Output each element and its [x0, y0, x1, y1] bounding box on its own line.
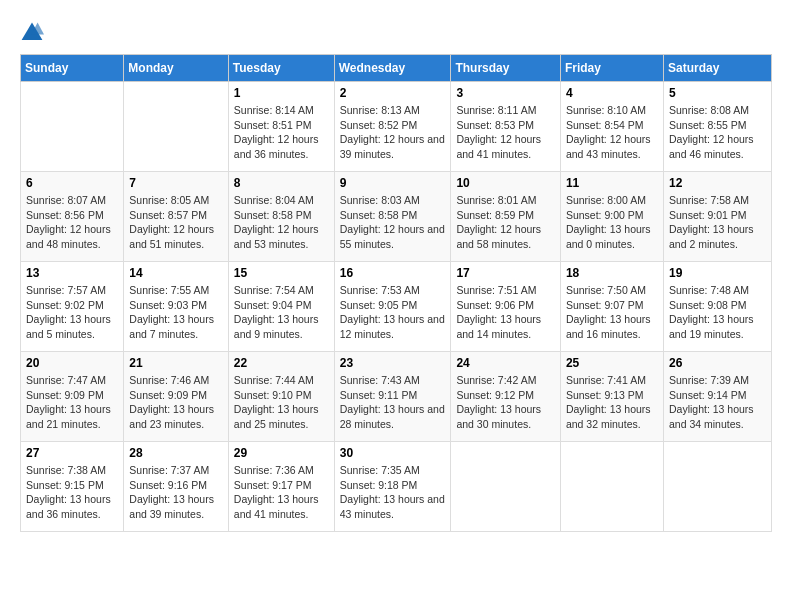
logo [20, 20, 48, 44]
day-info: Sunrise: 7:46 AMSunset: 9:09 PMDaylight:… [129, 373, 222, 432]
day-info: Sunrise: 8:07 AMSunset: 8:56 PMDaylight:… [26, 193, 118, 252]
calendar-cell: 14Sunrise: 7:55 AMSunset: 9:03 PMDayligh… [124, 262, 228, 352]
calendar-cell: 12Sunrise: 7:58 AMSunset: 9:01 PMDayligh… [663, 172, 771, 262]
calendar-cell: 20Sunrise: 7:47 AMSunset: 9:09 PMDayligh… [21, 352, 124, 442]
day-info: Sunrise: 8:03 AMSunset: 8:58 PMDaylight:… [340, 193, 446, 252]
logo-icon [20, 20, 44, 44]
day-info: Sunrise: 7:44 AMSunset: 9:10 PMDaylight:… [234, 373, 329, 432]
calendar-cell [560, 442, 663, 532]
header-day-sunday: Sunday [21, 55, 124, 82]
day-number: 19 [669, 266, 766, 280]
day-info: Sunrise: 8:13 AMSunset: 8:52 PMDaylight:… [340, 103, 446, 162]
calendar-cell: 1Sunrise: 8:14 AMSunset: 8:51 PMDaylight… [228, 82, 334, 172]
header-day-saturday: Saturday [663, 55, 771, 82]
week-row-5: 27Sunrise: 7:38 AMSunset: 9:15 PMDayligh… [21, 442, 772, 532]
calendar-cell: 11Sunrise: 8:00 AMSunset: 9:00 PMDayligh… [560, 172, 663, 262]
week-row-4: 20Sunrise: 7:47 AMSunset: 9:09 PMDayligh… [21, 352, 772, 442]
page-header [20, 20, 772, 44]
calendar-cell: 3Sunrise: 8:11 AMSunset: 8:53 PMDaylight… [451, 82, 561, 172]
day-info: Sunrise: 8:01 AMSunset: 8:59 PMDaylight:… [456, 193, 555, 252]
calendar-cell: 7Sunrise: 8:05 AMSunset: 8:57 PMDaylight… [124, 172, 228, 262]
day-number: 4 [566, 86, 658, 100]
calendar-cell: 19Sunrise: 7:48 AMSunset: 9:08 PMDayligh… [663, 262, 771, 352]
day-info: Sunrise: 8:11 AMSunset: 8:53 PMDaylight:… [456, 103, 555, 162]
calendar-cell: 21Sunrise: 7:46 AMSunset: 9:09 PMDayligh… [124, 352, 228, 442]
day-number: 24 [456, 356, 555, 370]
day-number: 5 [669, 86, 766, 100]
day-number: 3 [456, 86, 555, 100]
day-info: Sunrise: 7:53 AMSunset: 9:05 PMDaylight:… [340, 283, 446, 342]
header-day-tuesday: Tuesday [228, 55, 334, 82]
day-info: Sunrise: 8:04 AMSunset: 8:58 PMDaylight:… [234, 193, 329, 252]
day-number: 22 [234, 356, 329, 370]
day-info: Sunrise: 7:54 AMSunset: 9:04 PMDaylight:… [234, 283, 329, 342]
day-info: Sunrise: 7:47 AMSunset: 9:09 PMDaylight:… [26, 373, 118, 432]
day-info: Sunrise: 7:50 AMSunset: 9:07 PMDaylight:… [566, 283, 658, 342]
calendar-cell: 2Sunrise: 8:13 AMSunset: 8:52 PMDaylight… [334, 82, 451, 172]
calendar-cell: 10Sunrise: 8:01 AMSunset: 8:59 PMDayligh… [451, 172, 561, 262]
day-number: 25 [566, 356, 658, 370]
day-number: 30 [340, 446, 446, 460]
day-number: 21 [129, 356, 222, 370]
day-number: 12 [669, 176, 766, 190]
day-number: 17 [456, 266, 555, 280]
day-number: 16 [340, 266, 446, 280]
header-day-monday: Monday [124, 55, 228, 82]
calendar-cell: 16Sunrise: 7:53 AMSunset: 9:05 PMDayligh… [334, 262, 451, 352]
day-info: Sunrise: 7:57 AMSunset: 9:02 PMDaylight:… [26, 283, 118, 342]
day-info: Sunrise: 8:10 AMSunset: 8:54 PMDaylight:… [566, 103, 658, 162]
calendar-cell: 15Sunrise: 7:54 AMSunset: 9:04 PMDayligh… [228, 262, 334, 352]
day-number: 14 [129, 266, 222, 280]
calendar-cell: 27Sunrise: 7:38 AMSunset: 9:15 PMDayligh… [21, 442, 124, 532]
day-number: 13 [26, 266, 118, 280]
day-info: Sunrise: 7:55 AMSunset: 9:03 PMDaylight:… [129, 283, 222, 342]
day-info: Sunrise: 7:43 AMSunset: 9:11 PMDaylight:… [340, 373, 446, 432]
header-day-friday: Friday [560, 55, 663, 82]
day-info: Sunrise: 8:00 AMSunset: 9:00 PMDaylight:… [566, 193, 658, 252]
day-info: Sunrise: 8:08 AMSunset: 8:55 PMDaylight:… [669, 103, 766, 162]
day-number: 2 [340, 86, 446, 100]
calendar-cell: 22Sunrise: 7:44 AMSunset: 9:10 PMDayligh… [228, 352, 334, 442]
calendar-cell: 4Sunrise: 8:10 AMSunset: 8:54 PMDaylight… [560, 82, 663, 172]
calendar-cell: 26Sunrise: 7:39 AMSunset: 9:14 PMDayligh… [663, 352, 771, 442]
calendar-cell: 9Sunrise: 8:03 AMSunset: 8:58 PMDaylight… [334, 172, 451, 262]
week-row-1: 1Sunrise: 8:14 AMSunset: 8:51 PMDaylight… [21, 82, 772, 172]
day-number: 29 [234, 446, 329, 460]
calendar-cell: 25Sunrise: 7:41 AMSunset: 9:13 PMDayligh… [560, 352, 663, 442]
day-info: Sunrise: 7:39 AMSunset: 9:14 PMDaylight:… [669, 373, 766, 432]
day-info: Sunrise: 7:51 AMSunset: 9:06 PMDaylight:… [456, 283, 555, 342]
calendar-cell [663, 442, 771, 532]
calendar-cell: 24Sunrise: 7:42 AMSunset: 9:12 PMDayligh… [451, 352, 561, 442]
day-number: 18 [566, 266, 658, 280]
header-row: SundayMondayTuesdayWednesdayThursdayFrid… [21, 55, 772, 82]
calendar-cell: 23Sunrise: 7:43 AMSunset: 9:11 PMDayligh… [334, 352, 451, 442]
calendar-cell [124, 82, 228, 172]
day-info: Sunrise: 8:14 AMSunset: 8:51 PMDaylight:… [234, 103, 329, 162]
day-number: 7 [129, 176, 222, 190]
calendar-cell [21, 82, 124, 172]
day-info: Sunrise: 7:35 AMSunset: 9:18 PMDaylight:… [340, 463, 446, 522]
calendar-cell: 13Sunrise: 7:57 AMSunset: 9:02 PMDayligh… [21, 262, 124, 352]
day-info: Sunrise: 7:42 AMSunset: 9:12 PMDaylight:… [456, 373, 555, 432]
calendar-cell: 5Sunrise: 8:08 AMSunset: 8:55 PMDaylight… [663, 82, 771, 172]
day-info: Sunrise: 7:41 AMSunset: 9:13 PMDaylight:… [566, 373, 658, 432]
day-info: Sunrise: 7:37 AMSunset: 9:16 PMDaylight:… [129, 463, 222, 522]
day-number: 20 [26, 356, 118, 370]
day-info: Sunrise: 7:38 AMSunset: 9:15 PMDaylight:… [26, 463, 118, 522]
calendar-cell: 8Sunrise: 8:04 AMSunset: 8:58 PMDaylight… [228, 172, 334, 262]
calendar-cell: 6Sunrise: 8:07 AMSunset: 8:56 PMDaylight… [21, 172, 124, 262]
day-number: 15 [234, 266, 329, 280]
day-number: 1 [234, 86, 329, 100]
calendar-cell: 29Sunrise: 7:36 AMSunset: 9:17 PMDayligh… [228, 442, 334, 532]
week-row-2: 6Sunrise: 8:07 AMSunset: 8:56 PMDaylight… [21, 172, 772, 262]
day-info: Sunrise: 8:05 AMSunset: 8:57 PMDaylight:… [129, 193, 222, 252]
calendar-cell [451, 442, 561, 532]
day-info: Sunrise: 7:58 AMSunset: 9:01 PMDaylight:… [669, 193, 766, 252]
day-number: 28 [129, 446, 222, 460]
day-number: 8 [234, 176, 329, 190]
day-number: 23 [340, 356, 446, 370]
day-number: 11 [566, 176, 658, 190]
calendar-cell: 30Sunrise: 7:35 AMSunset: 9:18 PMDayligh… [334, 442, 451, 532]
calendar-cell: 17Sunrise: 7:51 AMSunset: 9:06 PMDayligh… [451, 262, 561, 352]
day-number: 6 [26, 176, 118, 190]
